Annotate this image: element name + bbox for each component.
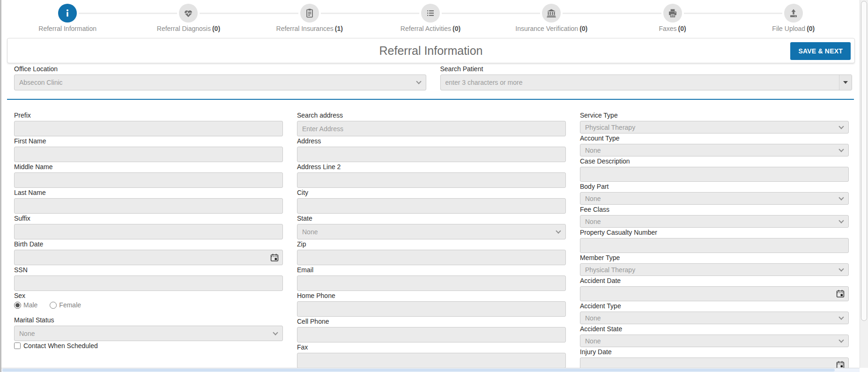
accident-state-label: Accident State bbox=[580, 325, 849, 333]
step-circle bbox=[58, 4, 77, 22]
accident-type-field: Accident TypeNone bbox=[580, 302, 849, 324]
marital-status-select[interactable]: None bbox=[14, 326, 283, 341]
step-count-badge: (0) bbox=[579, 25, 587, 32]
male-radio[interactable] bbox=[14, 302, 21, 309]
accident-type-label: Accident Type bbox=[580, 302, 849, 310]
suffix-input[interactable] bbox=[14, 224, 283, 239]
step-circle bbox=[300, 4, 319, 22]
fee-class-field: Fee ClassNone bbox=[580, 206, 849, 228]
search-patient-combobox[interactable] bbox=[440, 74, 853, 90]
cell-phone-input[interactable] bbox=[297, 327, 566, 342]
office-location-select[interactable]: Absecon Clinic bbox=[14, 74, 426, 90]
office-location-value: Absecon Clinic bbox=[19, 79, 63, 86]
address-input[interactable] bbox=[297, 147, 566, 162]
referral-app-window: { "stepper": { "steps": [ { "label": "Re… bbox=[0, 0, 868, 372]
first-name-input[interactable] bbox=[14, 147, 283, 162]
step-referral-activities[interactable]: Referral Activities(0) bbox=[370, 4, 491, 32]
step-referral-diagnosis[interactable]: Referral Diagnosis(0) bbox=[128, 4, 249, 32]
contact-when-scheduled-checkbox-option[interactable]: Contact When Scheduled bbox=[14, 342, 283, 350]
accident-date-field: Accident Date bbox=[580, 277, 849, 301]
accident-type-value: None bbox=[585, 314, 601, 322]
step-label: Referral Information bbox=[7, 25, 128, 32]
accident-type-select[interactable]: None bbox=[580, 312, 849, 324]
fax-input[interactable] bbox=[297, 353, 566, 368]
step-label: Faxes(0) bbox=[612, 25, 733, 32]
female-radio[interactable] bbox=[50, 302, 57, 309]
step-insurance-verification[interactable]: Insurance Verification(0) bbox=[491, 4, 612, 32]
zip-input[interactable] bbox=[297, 250, 566, 265]
address-label: Address bbox=[297, 137, 566, 145]
horizontal-scrollbar-thumb[interactable] bbox=[2, 369, 835, 372]
search-address-input[interactable] bbox=[297, 121, 566, 136]
search-patient-dropdown-button[interactable] bbox=[839, 75, 852, 90]
injury-date-field: Injury Date bbox=[580, 348, 849, 368]
body-part-value: None bbox=[585, 195, 601, 202]
vertical-scrollbar-thumb[interactable] bbox=[861, 1, 867, 321]
horizontal-scrollbar[interactable] bbox=[1, 368, 860, 372]
form-column-contact: Search addressAddressAddress Line 2CityS… bbox=[297, 112, 566, 368]
step-referral-insurances[interactable]: Referral Insurances(1) bbox=[249, 4, 370, 32]
save-next-button[interactable]: SAVE & NEXT bbox=[790, 42, 851, 60]
calendar-icon[interactable] bbox=[836, 361, 845, 368]
fee-class-select[interactable]: None bbox=[580, 215, 849, 228]
referral-page: Referral InformationReferral Diagnosis(0… bbox=[1, 0, 860, 368]
insurances-icon bbox=[304, 8, 315, 18]
ssn-input[interactable] bbox=[14, 275, 283, 291]
address-line-2-label: Address Line 2 bbox=[297, 163, 566, 171]
member-type-select[interactable]: Physical Therapy bbox=[580, 263, 849, 276]
state-select[interactable]: None bbox=[297, 224, 566, 239]
accident-state-value: None bbox=[585, 337, 601, 345]
search-patient-input[interactable] bbox=[441, 75, 839, 90]
calendar-icon[interactable] bbox=[270, 253, 279, 262]
form-column-patient-name: PrefixFirst NameMiddle NameLast NameSuff… bbox=[14, 112, 283, 368]
contact-when-scheduled-checkbox[interactable] bbox=[14, 342, 21, 349]
last-name-input[interactable] bbox=[14, 198, 283, 214]
service-type-value: Physical Therapy bbox=[585, 124, 635, 131]
step-title: File Upload bbox=[772, 25, 805, 32]
service-type-select[interactable]: Physical Therapy bbox=[580, 121, 849, 134]
chevron-down-icon bbox=[838, 314, 844, 320]
step-file-upload[interactable]: File Upload(0) bbox=[733, 4, 854, 32]
step-referral-information[interactable]: Referral Information bbox=[7, 4, 128, 32]
step-count-badge: (0) bbox=[453, 25, 460, 32]
marital-status-label: Marital Status bbox=[14, 316, 283, 324]
body-part-select[interactable]: None bbox=[580, 192, 849, 205]
case-description-input[interactable] bbox=[580, 167, 849, 182]
birth-date-label: Birth Date bbox=[14, 240, 283, 248]
patient-lookup-row: Office Location Absecon Clinic Search Pa… bbox=[1, 63, 860, 90]
female-radio-option[interactable]: Female bbox=[50, 301, 81, 309]
injury-date-input[interactable] bbox=[580, 357, 849, 368]
info-icon bbox=[62, 8, 73, 18]
property-casualty-number-input[interactable] bbox=[580, 238, 849, 253]
address-line-2-input[interactable] bbox=[297, 172, 566, 188]
search-patient-field: Search Patient bbox=[440, 65, 853, 90]
step-label: Insurance Verification(0) bbox=[491, 25, 612, 32]
step-faxes[interactable]: Faxes(0) bbox=[612, 4, 733, 32]
city-input[interactable] bbox=[297, 198, 566, 214]
birth-date-field: Birth Date bbox=[14, 240, 283, 265]
address-field: Address bbox=[297, 137, 566, 162]
property-casualty-number-field: Property Casualty Number bbox=[580, 229, 849, 253]
birth-date-input[interactable] bbox=[14, 250, 283, 265]
accident-date-input[interactable] bbox=[580, 286, 849, 301]
ssn-field: SSN bbox=[14, 266, 283, 291]
chevron-down-icon bbox=[838, 147, 844, 152]
chevron-down-icon bbox=[838, 218, 844, 223]
male-radio-option[interactable]: Male bbox=[14, 301, 37, 309]
suffix-label: Suffix bbox=[14, 215, 283, 222]
account-type-value: None bbox=[585, 147, 601, 154]
vertical-scrollbar[interactable] bbox=[860, 0, 868, 368]
email-input[interactable] bbox=[297, 275, 566, 291]
member-type-field: Member TypePhysical Therapy bbox=[580, 254, 849, 276]
middle-name-input[interactable] bbox=[14, 172, 283, 188]
office-location-field: Office Location Absecon Clinic bbox=[14, 65, 426, 90]
home-phone-input[interactable] bbox=[297, 301, 566, 317]
calendar-icon[interactable] bbox=[836, 290, 845, 298]
accident-state-select[interactable]: None bbox=[580, 335, 849, 347]
caret-down-icon bbox=[843, 81, 848, 84]
prefix-input[interactable] bbox=[14, 121, 283, 136]
account-type-select[interactable]: None bbox=[580, 144, 849, 156]
step-title: Referral Activities bbox=[401, 25, 451, 32]
middle-name-label: Middle Name bbox=[14, 163, 283, 171]
step-label: Referral Activities(0) bbox=[370, 25, 491, 32]
